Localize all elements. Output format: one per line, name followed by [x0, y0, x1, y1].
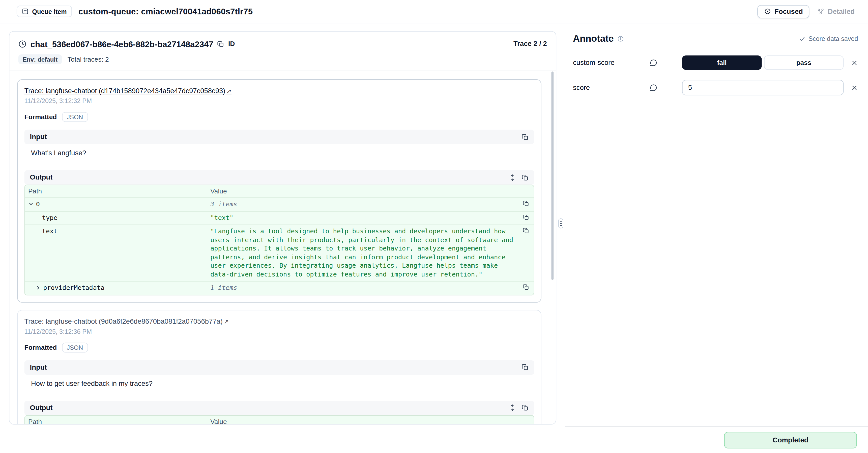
focused-label: Focused [774, 7, 803, 16]
score-value-input[interactable] [682, 80, 843, 95]
column-header-value: Value [206, 415, 534, 424]
json-value: 3 items [210, 200, 237, 208]
column-header-path: Path [25, 415, 206, 424]
input-label: Input [30, 363, 47, 371]
view-mode-toggle: Focused Detailed [757, 5, 859, 18]
json-value: 1 items [210, 284, 237, 292]
queue-item-header: chat_536ed067-b86e-4eb6-882b-ba27148a234… [9, 32, 556, 70]
trace-card: Trace: langfuse-chatbot (d174b1589072e43… [17, 79, 541, 303]
score-row-custom-score: custom-score fail pass [573, 55, 858, 70]
total-traces-label: Total traces: 2 [68, 56, 109, 63]
json-key: providerMetadata [43, 284, 104, 292]
copy-input-button[interactable] [522, 133, 529, 141]
close-icon [851, 84, 858, 91]
copy-row-button[interactable] [522, 227, 530, 236]
output-json-table: Path Value 0 3 items [25, 415, 534, 424]
trace-card: Trace: langfuse-chatbot (9d0a6f2e6de8670… [17, 310, 541, 424]
format-tabs: Formatted JSON [25, 341, 534, 353]
score-option-pass[interactable]: pass [764, 56, 843, 70]
clock-icon [18, 40, 27, 48]
expand-output-button[interactable] [509, 404, 516, 411]
output-section-header: Output [25, 170, 534, 185]
check-icon [799, 35, 806, 42]
annotate-panel: Annotate Score data saved custom-score f… [565, 23, 868, 427]
table-row: 0 3 items [25, 197, 534, 211]
save-status: Score data saved [799, 35, 858, 42]
panel-resizer [556, 23, 565, 427]
copy-row-button[interactable] [522, 213, 530, 223]
copy-input-button[interactable] [522, 364, 529, 371]
expand-icon [509, 404, 516, 411]
json-key: type [42, 214, 58, 222]
delete-score-button[interactable] [851, 84, 858, 91]
chevron-down-icon[interactable] [28, 201, 36, 207]
input-value: How to get user feedback in my traces? [25, 374, 534, 394]
comment-icon[interactable] [649, 59, 658, 67]
copy-row-button[interactable] [522, 283, 530, 293]
output-label: Output [30, 404, 53, 412]
resize-handle[interactable] [558, 219, 563, 228]
tab-formatted[interactable]: Formatted [25, 113, 57, 121]
json-value: "text" [210, 214, 233, 222]
copy-icon [523, 227, 529, 234]
tab-json[interactable]: JSON [62, 112, 88, 122]
trace-counter: Trace 2 / 2 [514, 40, 547, 48]
input-label: Input [30, 133, 47, 141]
completed-button[interactable]: Completed [724, 431, 857, 448]
session-title: chat_536ed067-b86e-4eb6-882b-ba27148a234… [31, 39, 213, 49]
chevron-right-icon[interactable] [35, 285, 43, 290]
copy-output-button[interactable] [522, 174, 529, 181]
output-json-table: Path Value 0 3 items [25, 185, 534, 295]
delete-score-button[interactable] [851, 59, 858, 66]
close-icon [851, 59, 858, 66]
env-badge: Env: default [18, 54, 62, 64]
tab-formatted[interactable]: Formatted [25, 343, 57, 351]
trace-link[interactable]: Trace: langfuse-chatbot (9d0a6f2e6de8670… [25, 317, 229, 325]
input-section-header: Input [25, 360, 534, 374]
save-status-label: Score data saved [808, 35, 858, 42]
format-tabs: Formatted JSON [25, 111, 534, 123]
queue-item-badge: Queue item [17, 5, 72, 17]
detailed-view-button[interactable]: Detailed [813, 5, 859, 18]
table-row: providerMetadata 1 items [25, 281, 534, 295]
trace-timestamp: 11/12/2025, 3:12:36 PM [25, 328, 534, 334]
copy-output-button[interactable] [522, 404, 529, 411]
trace-link[interactable]: Trace: langfuse-chatbot (d174b1589072e43… [25, 87, 232, 95]
copy-icon [522, 404, 529, 411]
table-row: type "text" [25, 211, 534, 225]
output-label: Output [30, 173, 53, 181]
expand-icon [509, 174, 516, 181]
trace-timestamp: 11/12/2025, 3:12:32 PM [25, 97, 534, 104]
score-row-score: score [573, 80, 858, 95]
main-area: chat_536ed067-b86e-4eb6-882b-ba27148a234… [0, 23, 868, 427]
copy-icon [523, 214, 529, 220]
queue-item-card: chat_536ed067-b86e-4eb6-882b-ba27148a234… [9, 31, 556, 425]
copy-icon [523, 284, 529, 290]
expand-output-button[interactable] [509, 174, 516, 181]
column-header-value: Value [206, 185, 534, 197]
footer-bar: Completed [0, 427, 868, 453]
external-link-icon: ↗ [224, 318, 229, 324]
trace-panel-column: chat_536ed067-b86e-4eb6-882b-ba27148a234… [0, 23, 556, 427]
queue-badge-label: Queue item [32, 8, 67, 15]
copy-row-button[interactable] [522, 199, 530, 209]
top-bar: Queue item custom-queue: cmiacwel70041ad… [0, 0, 868, 23]
queue-icon [22, 8, 29, 15]
scrollbar[interactable] [551, 72, 554, 280]
annotate-title: Annotate [573, 33, 614, 45]
copy-icon [522, 133, 529, 141]
table-row: text "Langfuse is a tool designed to hel… [25, 225, 534, 281]
copy-icon [522, 174, 529, 181]
json-value: "Langfuse is a tool designed to help bus… [210, 227, 513, 278]
score-option-fail[interactable]: fail [682, 56, 762, 70]
score-name: score [573, 84, 649, 91]
comment-icon[interactable] [649, 83, 658, 92]
tab-json[interactable]: JSON [62, 342, 88, 352]
focused-view-button[interactable]: Focused [757, 5, 809, 18]
network-icon [817, 8, 825, 15]
copy-id-button[interactable] [217, 40, 224, 48]
score-options-group: fail pass [682, 56, 843, 70]
info-icon[interactable] [617, 35, 624, 42]
input-section-header: Input [25, 130, 534, 144]
stage: Queue item custom-queue: cmiacwel70041ad… [0, 0, 868, 453]
